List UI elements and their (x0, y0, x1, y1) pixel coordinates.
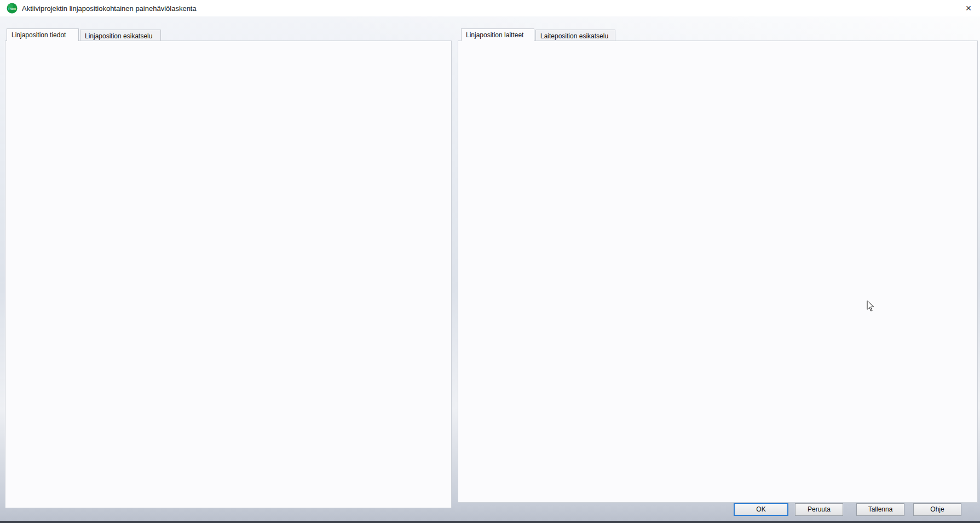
close-icon[interactable]: × (961, 3, 976, 15)
tallenna-button[interactable]: Tallenna (856, 503, 904, 516)
tab-linjaposition-tiedot[interactable]: Linjaposition tiedot (7, 28, 79, 41)
mouse-cursor (867, 300, 875, 314)
app-icon: Plant (7, 3, 18, 15)
right-panel (458, 41, 978, 503)
tab-linjaposition-esikatselu[interactable]: Linjaposition esikatselu (80, 30, 161, 41)
dialog-window: Plant Aktiiviprojektin linjapositiokohta… (0, 0, 980, 523)
ohje-button[interactable]: Ohje (913, 503, 961, 516)
ok-button[interactable]: OK (734, 503, 788, 516)
left-panel (5, 41, 452, 508)
tab-linjaposition-laitteet[interactable]: Linjaposition laitteet (461, 28, 534, 41)
title-bar: Plant Aktiiviprojektin linjapositiokohta… (0, 0, 980, 16)
peruuta-button[interactable]: Peruuta (795, 503, 843, 516)
tab-laiteposition-esikatselu[interactable]: Laiteposition esikatselu (535, 30, 615, 41)
window-title: Aktiiviprojektin linjapositiokohtainen p… (22, 4, 197, 13)
svg-text:Plant: Plant (8, 7, 16, 10)
window-bottom-edge (0, 521, 980, 523)
